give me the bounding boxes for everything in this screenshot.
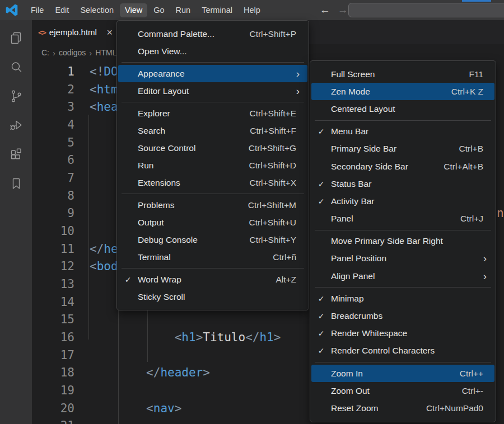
activitybar-extensions-button[interactable] (3, 140, 30, 169)
menu-item-sticky-scroll[interactable]: Sticky Scroll (118, 288, 307, 305)
line-number: 1 (32, 63, 74, 81)
tab-ejemplo-html[interactable]: <> ejemplo.html × (32, 20, 117, 44)
menu-item-status-bar[interactable]: ✓Status Bar (311, 175, 494, 192)
line-number: 3 (32, 98, 74, 116)
menu-item-label: Activity Bar (331, 196, 375, 206)
menu-shortcut: Ctrl+Shift+X (249, 178, 307, 188)
menubar-item-terminal[interactable]: Terminal (197, 3, 237, 17)
menu-item-word-wrap[interactable]: ✓Word WrapAlt+Z (118, 271, 307, 288)
code-text: </header> (90, 364, 210, 381)
nav-forward-icon[interactable]: → (338, 4, 348, 16)
breadcrumb-segment[interactable]: C: (41, 48, 49, 57)
activitybar-run-debug-button[interactable] (3, 111, 30, 140)
line-number: 2 (32, 81, 74, 98)
menu-shortcut: Ctrl++ (460, 369, 494, 379)
menu-item-breadcrumbs[interactable]: ✓Breadcrumbs (311, 307, 494, 324)
menu-separator (315, 287, 491, 288)
menu-item-run[interactable]: RunCtrl+Shift+D (118, 157, 307, 174)
explorer-icon (9, 31, 24, 45)
menu-item-full-screen[interactable]: Full ScreenF11 (311, 65, 494, 83)
menu-item-render-control-characters[interactable]: ✓Render Control Characters (311, 342, 494, 360)
menu-item-move-primary-side-bar-right[interactable]: Move Primary Side Bar Right (311, 233, 494, 250)
command-center-search[interactable] (348, 3, 504, 17)
menu-item-debug-console[interactable]: Debug ConsoleCtrl+Shift+Y (118, 231, 307, 248)
checkmark-icon: ✓ (311, 180, 331, 189)
menu-item-problems[interactable]: ProblemsCtrl+Shift+M (118, 196, 307, 214)
tab-close-icon[interactable]: × (106, 28, 113, 37)
checkmark-icon: ✓ (311, 312, 331, 321)
menu-item-editor-layout[interactable]: Editor Layout› (118, 82, 307, 100)
checkmark-icon: ✓ (311, 197, 331, 206)
code-text: <h1>Titulo</h1> (90, 328, 281, 346)
menu-item-source-control[interactable]: Source ControlCtrl+Shift+G (118, 139, 307, 157)
line-number: 11 (32, 240, 74, 258)
menu-item-activity-bar[interactable]: ✓Activity Bar (311, 192, 494, 210)
search-icon (9, 60, 24, 74)
nav-arrows: ← → (320, 4, 348, 16)
menu-item-extensions[interactable]: ExtensionsCtrl+Shift+X (118, 174, 307, 191)
line-number: 13 (32, 275, 74, 293)
menu-item-open-view[interactable]: Open View... (118, 43, 307, 60)
menu-item-label: Command Palette... (138, 29, 214, 39)
menu-item-terminal[interactable]: TerminalCtrl+ñ (118, 248, 307, 266)
breadcrumb-segment[interactable]: codigos (59, 48, 86, 57)
code-text: <nav> (90, 399, 181, 417)
code-text: <bod (90, 257, 118, 275)
menu-item-label: Full Screen (331, 69, 375, 79)
menu-item-search[interactable]: SearchCtrl+Shift+F (118, 122, 307, 139)
menu-item-centered-layout[interactable]: Centered Layout (311, 100, 494, 117)
menu-item-command-palette[interactable]: Command Palette...Ctrl+Shift+P (118, 25, 307, 43)
code-text: </he (90, 240, 118, 258)
menu-item-reset-zoom[interactable]: Reset ZoomCtrl+NumPad0 (311, 399, 494, 417)
menu-item-label: Extensions (138, 178, 180, 188)
menu-item-align-panel[interactable]: Align Panel› (311, 267, 494, 285)
menu-item-label: Move Primary Side Bar Right (331, 236, 443, 246)
checkmark-icon: ✓ (311, 346, 331, 355)
line-number: 16 (32, 328, 74, 346)
checkmark-icon: ✓ (311, 329, 331, 338)
menu-separator (315, 362, 491, 362)
menu-item-minimap[interactable]: ✓Minimap (311, 290, 494, 307)
html-file-icon: <> (38, 28, 45, 37)
menu-item-label: Centered Layout (331, 104, 395, 114)
menu-shortcut: Ctrl+Shift+M (248, 200, 307, 210)
bookmarks-icon (9, 176, 24, 191)
menu-item-label: Primary Side Bar (331, 144, 396, 154)
menubar-item-edit[interactable]: Edit (50, 3, 74, 17)
menu-item-zen-mode[interactable]: Zen ModeCtrl+K Z (311, 83, 494, 100)
menu-separator (122, 62, 304, 63)
nav-back-icon[interactable]: ← (320, 4, 330, 16)
menu-item-primary-side-bar[interactable]: Primary Side BarCtrl+B (311, 140, 494, 158)
menu-item-panel-position[interactable]: Panel Position› (311, 250, 494, 267)
breadcrumb-segment[interactable]: HTML (95, 48, 116, 57)
menu-separator (122, 268, 304, 268)
view-menu-dropdown: Command Palette...Ctrl+Shift+POpen View.… (116, 20, 309, 310)
menubar-item-go[interactable]: Go (148, 3, 169, 17)
menubar-item-run[interactable]: Run (171, 3, 196, 17)
menubar-item-help[interactable]: Help (239, 3, 265, 17)
menu-item-secondary-side-bar[interactable]: Secondary Side BarCtrl+Alt+B (311, 158, 494, 175)
menu-item-label: Menu Bar (331, 126, 368, 136)
menu-item-zoom-out[interactable]: Zoom OutCtrl+- (311, 382, 494, 399)
checkmark-icon: ✓ (311, 127, 331, 136)
activitybar-explorer-button[interactable] (3, 23, 30, 53)
extensions-icon (9, 147, 24, 162)
activitybar-source-control-button[interactable] (3, 82, 30, 111)
menu-item-output[interactable]: OutputCtrl+Shift+U (118, 214, 307, 231)
activitybar-bookmarks-button[interactable] (3, 169, 30, 198)
menu-item-explorer[interactable]: ExplorerCtrl+Shift+E (118, 105, 307, 122)
menu-item-appearance[interactable]: Appearance› (118, 65, 307, 82)
menu-item-zoom-in[interactable]: Zoom InCtrl++ (311, 365, 494, 382)
menubar-item-file[interactable]: File (26, 3, 49, 17)
line-number: 21 (32, 417, 74, 424)
menu-item-panel[interactable]: PanelCtrl+J (311, 210, 494, 228)
menu-item-render-whitespace[interactable]: ✓Render Whitespace (311, 325, 494, 342)
menu-separator (122, 102, 304, 102)
menu-separator (122, 194, 304, 194)
code-text: <!DO (90, 63, 118, 81)
menu-item-label: Terminal (138, 252, 171, 262)
menubar-item-selection[interactable]: Selection (75, 3, 119, 17)
menubar-item-view[interactable]: View (120, 3, 147, 17)
activitybar-search-button[interactable] (3, 53, 30, 82)
menu-item-menu-bar[interactable]: ✓Menu Bar (311, 123, 494, 140)
